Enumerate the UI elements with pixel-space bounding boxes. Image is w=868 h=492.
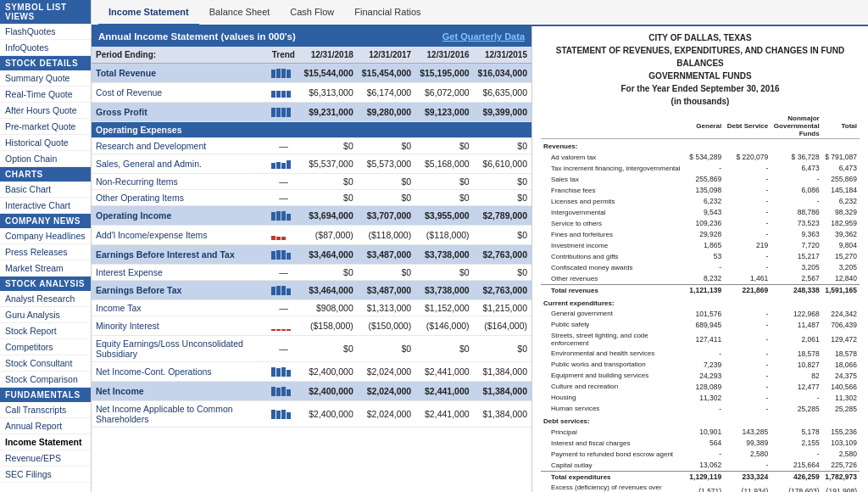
city-row-value-2: $ 220,079: [724, 152, 771, 163]
sidebar-item[interactable]: Interactive Chart: [0, 198, 91, 214]
row-trend: —: [267, 300, 299, 316]
sidebar-item[interactable]: Competitors: [0, 339, 91, 355]
row-label: Sales, General and Admin.: [92, 154, 267, 174]
sidebar-section-header: COMPANY NEWS: [0, 214, 91, 228]
sidebar-item[interactable]: Income Statement: [0, 434, 91, 450]
row-value-1: $3,694,000: [299, 206, 357, 226]
city-table-row: Contributions and gifts53-15,21715,270: [541, 251, 860, 262]
city-row-value-2: -: [724, 359, 771, 370]
sidebar-item[interactable]: Market Stream: [0, 260, 91, 277]
city-row-label: Fines and forfeitures: [541, 229, 687, 240]
tab-balance-sheet[interactable]: Balance Sheet: [199, 0, 281, 26]
income-table-row: Total Revenue$15,544,000$15,454,000$15,1…: [92, 64, 531, 83]
sidebar-item[interactable]: Option Chain: [0, 151, 91, 167]
city-table-row: Capital outlay13,062-215,664225,726: [541, 460, 860, 472]
income-table: Period Ending: Trend 12/31/2018 12/31/20…: [92, 47, 531, 428]
row-label: Net Income: [92, 382, 267, 401]
sidebar-item[interactable]: Pre-market Quote: [0, 119, 91, 135]
sidebar-item[interactable]: Stock Report: [0, 323, 91, 339]
sidebar-item[interactable]: Summary Quote: [0, 70, 91, 87]
sidebar-item[interactable]: Basic Chart: [0, 182, 91, 198]
income-table-body: Total Revenue$15,544,000$15,454,000$15,1…: [92, 64, 531, 428]
row-label: Cost of Revenue: [92, 83, 267, 103]
row-trend: [267, 206, 299, 226]
city-row-value-2: 221,869: [724, 284, 771, 296]
sidebar-item[interactable]: SEC Filings: [0, 467, 91, 483]
sidebar: SYMBOL LIST VIEWSFlashQuotesInfoQuotesST…: [0, 0, 92, 492]
sidebar-item[interactable]: Guru Analysis: [0, 307, 91, 323]
row-value-1: $0: [299, 190, 357, 206]
tab-cash-flow[interactable]: Cash Flow: [280, 0, 344, 26]
row-value-4: $1,384,000: [474, 401, 531, 428]
sidebar-item[interactable]: Call Transcripts: [0, 402, 91, 418]
row-label: Interest Expense: [92, 265, 267, 281]
city-row-value-2: 1,461: [724, 273, 771, 285]
sidebar-item[interactable]: Stock Comparison: [0, 372, 91, 388]
sidebar-section-header: STOCK DETAILS: [0, 56, 91, 70]
city-row-value-1: 109,236: [687, 218, 724, 229]
quarterly-data-link[interactable]: Get Quarterly Data: [442, 31, 525, 42]
row-value-3: $3,955,000: [415, 206, 473, 226]
row-label: Other Operating Items: [92, 190, 267, 206]
sidebar-item[interactable]: FlashQuotes: [0, 24, 91, 40]
row-label: Research and Development: [92, 138, 267, 154]
city-row-value-2: -: [724, 163, 771, 174]
sidebar-item[interactable]: InfoQuotes: [0, 40, 91, 56]
city-row-value-2: -: [724, 207, 771, 218]
city-table-row: Public works and transportation7,239-10,…: [541, 359, 860, 370]
city-row-value-2: 99,389: [724, 438, 771, 449]
city-row-value-3: 6,086: [771, 185, 821, 196]
row-value-1: $5,537,000: [299, 154, 357, 174]
row-value-2: $3,487,000: [358, 245, 415, 265]
row-value-1: $15,544,000: [299, 64, 357, 83]
row-value-1: $6,313,000: [299, 83, 357, 103]
tab-income-statement[interactable]: Income Statement: [98, 0, 199, 26]
sidebar-item[interactable]: Stock Consultant: [0, 355, 91, 372]
city-table-row: General government101,576-122,968224,342: [541, 308, 860, 319]
sidebar-section-header: STOCK ANALYSIS: [0, 277, 91, 291]
row-value-3: ($118,000): [415, 226, 473, 245]
city-row-value-4: 24,375: [822, 370, 860, 381]
city-row-value-1: 255,869: [687, 174, 724, 185]
sidebar-item[interactable]: Revenue/EPS: [0, 450, 91, 467]
city-row-label: Housing: [541, 392, 687, 403]
city-row-value-2: (11,934): [724, 483, 771, 493]
income-table-row: Operating Income$3,694,000$3,707,000$3,9…: [92, 206, 531, 226]
col-2015: 12/31/2015: [474, 47, 531, 64]
row-value-2: $2,024,000: [358, 382, 415, 401]
city-row-value-3: 12,477: [771, 381, 821, 392]
city-row-value-4: 98,329: [822, 207, 860, 218]
sidebar-item[interactable]: Annual Report: [0, 418, 91, 434]
row-value-4: ($164,000): [474, 316, 531, 336]
sidebar-item[interactable]: Real-Time Quote: [0, 87, 91, 103]
city-row-label: Public safety: [541, 319, 687, 330]
city-row-value-3: 122,968: [771, 308, 821, 319]
city-row-value-4: 6,473: [822, 163, 860, 174]
city-row-value-3: (178,603): [771, 483, 821, 493]
sidebar-item[interactable]: Press Releases: [0, 244, 91, 260]
city-row-value-4: 15,270: [822, 251, 860, 262]
sidebar-item[interactable]: Historical Quote: [0, 135, 91, 151]
city-row-value-2: 219: [724, 240, 771, 251]
city-row-value-4: 129,472: [822, 330, 860, 348]
city-section-header: Current expenditures:: [541, 296, 860, 309]
row-value-2: $0: [358, 336, 415, 362]
row-value-4: $2,789,000: [474, 206, 531, 226]
city-row-value-3: 18,578: [771, 348, 821, 359]
city-row-value-2: -: [724, 251, 771, 262]
city-table-row: Equipment and building services24,293-82…: [541, 370, 860, 381]
city-row-value-3: 15,217: [771, 251, 821, 262]
tab-financial-ratios[interactable]: Financial Ratios: [344, 0, 431, 26]
city-row-value-1: 53: [687, 251, 724, 262]
city-row-value-3: -: [771, 174, 821, 185]
income-table-row: Net Income$2,400,000$2,024,000$2,441,000…: [92, 382, 531, 401]
sidebar-item[interactable]: Analyst Research: [0, 291, 91, 307]
city-row-value-4: 145,184: [822, 185, 860, 196]
city-col-nonmajor: NonmajorGovernmentalFunds: [771, 113, 821, 139]
row-value-3: $0: [415, 138, 473, 154]
sidebar-item[interactable]: After Hours Quote: [0, 103, 91, 119]
income-table-row: Non-Recurring Items—$0$0$0$0: [92, 174, 531, 190]
sidebar-item[interactable]: Company Headlines: [0, 228, 91, 244]
city-row-value-2: -: [724, 319, 771, 330]
row-trend: [267, 281, 299, 300]
